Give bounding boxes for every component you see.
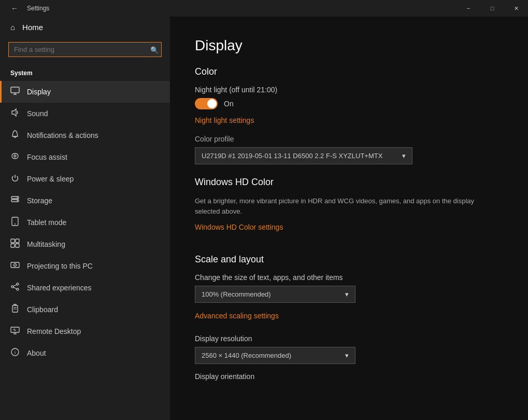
page-title: Display: [195, 37, 503, 54]
color-profile-dropdown[interactable]: U2719D #1 2019-05-01 13-11 D6500 2.2 F-S…: [195, 147, 412, 164]
maximize-button[interactable]: □: [480, 0, 504, 17]
minimize-button[interactable]: −: [456, 0, 480, 17]
sound-icon: [10, 108, 20, 119]
night-light-settings-link[interactable]: Night light settings: [195, 116, 254, 124]
shared-icon: [10, 282, 20, 293]
svg-point-18: [11, 286, 13, 288]
svg-rect-11: [11, 239, 15, 243]
scale-dropdown[interactable]: 100% (Recommended) ▾: [195, 286, 355, 303]
sidebar-item-storage[interactable]: Storage: [0, 190, 170, 212]
svg-rect-12: [16, 239, 19, 243]
sidebar-item-power[interactable]: Power & sleep: [0, 168, 170, 190]
sidebar-home-label: Home: [22, 23, 43, 32]
svg-rect-15: [11, 262, 19, 268]
resolution-dropdown-chevron-icon: ▾: [345, 352, 349, 359]
resolution-value: 2560 × 1440 (Recommended): [202, 352, 291, 359]
hd-color-settings-link[interactable]: Windows HD Color settings: [195, 223, 283, 231]
storage-icon: [10, 195, 20, 206]
sidebar-item-label: Sound: [27, 109, 48, 118]
hd-color-section-title: Windows HD Color: [195, 177, 503, 188]
projecting-icon: [10, 260, 20, 272]
svg-point-8: [17, 200, 18, 201]
svg-rect-13: [11, 244, 15, 247]
toggle-knob: [207, 99, 217, 108]
search-input[interactable]: [8, 42, 162, 57]
sidebar-item-multitasking[interactable]: Multitasking: [0, 233, 170, 255]
night-light-label: Night light (off until 21:00): [195, 86, 503, 94]
svg-rect-25: [11, 327, 19, 332]
svg-point-4: [14, 155, 16, 157]
titlebar: ← Settings − □ ✕: [0, 0, 528, 17]
sidebar-section-label: System: [0, 61, 170, 81]
sidebar-item-clipboard[interactable]: Clipboard: [0, 299, 170, 320]
svg-point-7: [17, 197, 18, 198]
sidebar-item-projecting[interactable]: Projecting to this PC: [0, 255, 170, 277]
svg-text:i: i: [15, 350, 16, 355]
svg-marker-3: [12, 109, 16, 116]
close-button[interactable]: ✕: [504, 0, 528, 17]
sidebar-item-label: Storage: [27, 197, 52, 205]
orientation-label: Display orientation: [195, 372, 503, 381]
svg-point-10: [15, 223, 16, 225]
sidebar-item-shared[interactable]: Shared experiences: [0, 277, 170, 299]
color-section-title: Color: [195, 66, 503, 77]
search-box: 🔍: [8, 42, 162, 57]
scale-value: 100% (Recommended): [202, 290, 271, 298]
resolution-dropdown[interactable]: 2560 × 1440 (Recommended) ▾: [195, 347, 355, 364]
sidebar-item-tablet[interactable]: Tablet mode: [0, 212, 170, 233]
dropdown-chevron-icon: ▾: [402, 152, 406, 160]
svg-point-19: [17, 288, 19, 290]
sidebar-item-notifications[interactable]: Notifications & actions: [0, 124, 170, 146]
home-icon: ⌂: [10, 23, 15, 32]
night-light-toggle-row: On: [195, 98, 503, 109]
remote-icon: [10, 326, 20, 337]
about-icon: i: [10, 347, 20, 359]
search-icon[interactable]: 🔍: [150, 46, 159, 53]
hd-color-description: Get a brighter, more vibrant picture in …: [195, 196, 495, 216]
sidebar-item-label: Shared experiences: [27, 284, 92, 292]
sidebar-item-label: Tablet mode: [27, 218, 66, 227]
sidebar-item-label: Remote Desktop: [27, 327, 81, 335]
display-icon: [10, 86, 20, 97]
clipboard-icon: [10, 304, 20, 315]
notifications-icon: [10, 130, 20, 141]
sidebar-item-remote[interactable]: Remote Desktop: [0, 320, 170, 342]
night-light-toggle[interactable]: [195, 98, 218, 109]
sidebar-item-label: Notifications & actions: [27, 131, 98, 139]
color-profile-label: Color profile: [195, 135, 503, 143]
tablet-icon: [10, 217, 20, 228]
sidebar-item-label: Power & sleep: [27, 175, 74, 183]
app-body: ⌂ Home 🔍 System Display Sound: [0, 17, 528, 420]
back-button[interactable]: ←: [6, 0, 23, 17]
content-area: Display Color Night light (off until 21:…: [170, 17, 528, 420]
titlebar-title: Settings: [27, 5, 49, 12]
resolution-label: Display resolution: [195, 334, 503, 343]
svg-line-20: [13, 285, 17, 286]
multitasking-icon: [10, 239, 20, 250]
sidebar-item-label: About: [27, 349, 46, 357]
scale-dropdown-chevron-icon: ▾: [345, 290, 349, 298]
sidebar-item-label: Projecting to this PC: [27, 262, 93, 270]
svg-rect-0: [11, 87, 19, 93]
titlebar-controls: − □ ✕: [456, 0, 528, 17]
power-icon: [10, 173, 20, 185]
svg-rect-14: [16, 244, 19, 247]
sidebar-item-display[interactable]: Display: [0, 81, 170, 103]
svg-line-21: [13, 287, 17, 289]
sidebar-item-sound[interactable]: Sound: [0, 103, 170, 124]
sidebar-home[interactable]: ⌂ Home: [0, 17, 170, 38]
color-profile-value: U2719D #1 2019-05-01 13-11 D6500 2.2 F-S…: [202, 152, 382, 160]
sidebar-item-label: Display: [27, 88, 51, 96]
scale-section-title: Scale and layout: [195, 254, 503, 265]
advanced-scaling-link[interactable]: Advanced scaling settings: [195, 312, 279, 320]
sidebar-item-label: Focus assist: [27, 153, 67, 161]
sidebar-item-about[interactable]: i About: [0, 342, 170, 364]
focus-icon: [10, 151, 20, 163]
toggle-on-label: On: [224, 100, 234, 108]
sidebar-item-label: Multitasking: [27, 240, 65, 248]
svg-point-17: [17, 283, 19, 285]
scale-change-label: Change the size of text, apps, and other…: [195, 273, 503, 282]
sidebar-item-label: Clipboard: [27, 305, 58, 314]
sidebar: ⌂ Home 🔍 System Display Sound: [0, 17, 170, 420]
sidebar-item-focus[interactable]: Focus assist: [0, 146, 170, 168]
